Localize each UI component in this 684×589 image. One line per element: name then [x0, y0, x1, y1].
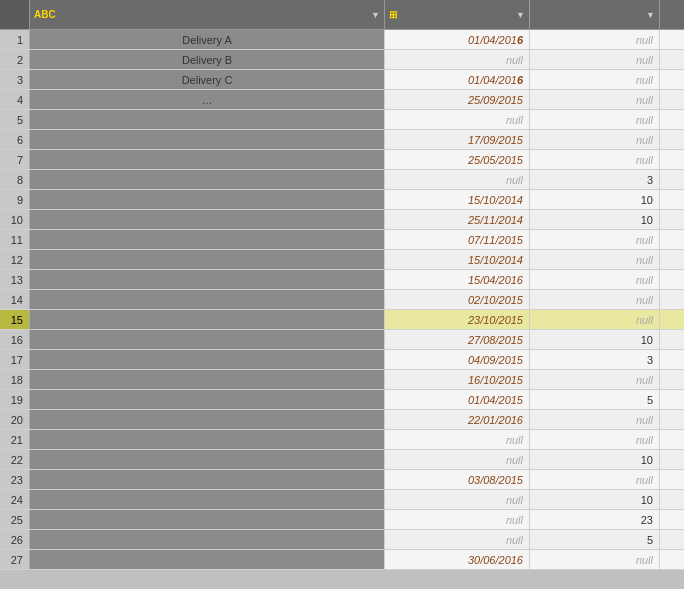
- ps-days-cell: 23: [530, 510, 660, 529]
- project-name-cell: [30, 190, 385, 209]
- row-number-header: [0, 0, 30, 29]
- row-number-cell: 8: [0, 170, 30, 189]
- row-number-cell: 16: [0, 330, 30, 349]
- row-number-cell: 27: [0, 550, 30, 569]
- row-number-cell: 2: [0, 50, 30, 69]
- real-end-date-cell: null: [385, 490, 530, 509]
- real-end-date-cell: null: [385, 170, 530, 189]
- project-delivery-header[interactable]: ABC ▼: [30, 0, 385, 29]
- ps-days-cell: null: [530, 310, 660, 329]
- ps-days-cell: 3: [530, 170, 660, 189]
- ps-days-cell: null: [530, 50, 660, 69]
- ps-days-cell: null: [530, 30, 660, 49]
- project-name-cell: …: [30, 90, 385, 109]
- table-row: 3Delivery C01/04/2016null: [0, 70, 684, 90]
- table-row: 1Delivery A01/04/2016null: [0, 30, 684, 50]
- project-name-cell: [30, 490, 385, 509]
- row-number-cell: 15: [0, 310, 30, 329]
- ps-sort-icon[interactable]: ▼: [646, 10, 655, 20]
- ps-days-header[interactable]: ▼: [530, 0, 660, 29]
- project-name-cell: [30, 370, 385, 389]
- project-name-cell: [30, 550, 385, 569]
- table-row: 5nullnull: [0, 110, 684, 130]
- real-end-date-cell: 01/04/2016: [385, 70, 530, 89]
- real-end-date-cell: 02/10/2015: [385, 290, 530, 309]
- ps-days-cell: null: [530, 130, 660, 149]
- real-end-date-cell: 03/08/2015: [385, 470, 530, 489]
- row-number-cell: 18: [0, 370, 30, 389]
- row-number-cell: 7: [0, 150, 30, 169]
- table-row: 1215/10/2014null: [0, 250, 684, 270]
- project-name-cell: [30, 350, 385, 369]
- ps-days-cell: null: [530, 470, 660, 489]
- ps-days-cell: null: [530, 370, 660, 389]
- table-row: 915/10/201410: [0, 190, 684, 210]
- row-number-cell: 14: [0, 290, 30, 309]
- real-end-date-cell: 16/10/2015: [385, 370, 530, 389]
- table-row: 4…25/09/2015null: [0, 90, 684, 110]
- row-number-cell: 5: [0, 110, 30, 129]
- ps-days-cell: null: [530, 250, 660, 269]
- real-end-date-cell: null: [385, 110, 530, 129]
- project-name-cell: [30, 150, 385, 169]
- real-end-date-cell: 15/04/2016: [385, 270, 530, 289]
- table-row: 1816/10/2015null: [0, 370, 684, 390]
- ps-days-cell: null: [530, 70, 660, 89]
- row-number-cell: 20: [0, 410, 30, 429]
- ps-days-cell: null: [530, 550, 660, 569]
- ps-days-cell: null: [530, 150, 660, 169]
- ps-days-cell: null: [530, 290, 660, 309]
- row-number-cell: 12: [0, 250, 30, 269]
- ps-days-cell: 5: [530, 390, 660, 409]
- table-row: 1025/11/201410: [0, 210, 684, 230]
- header-row: ABC ▼ ⊞ ▼ ▼: [0, 0, 684, 30]
- date-sort-icon[interactable]: ▼: [516, 10, 525, 20]
- table-row: 26null5: [0, 530, 684, 550]
- row-number-cell: 13: [0, 270, 30, 289]
- row-number-cell: 19: [0, 390, 30, 409]
- table-row: 617/09/2015null: [0, 130, 684, 150]
- table-row: 2303/08/2015null: [0, 470, 684, 490]
- real-end-date-cell: null: [385, 450, 530, 469]
- row-number-cell: 26: [0, 530, 30, 549]
- project-name-cell: [30, 330, 385, 349]
- real-end-date-header[interactable]: ⊞ ▼: [385, 0, 530, 29]
- ps-days-cell: 10: [530, 330, 660, 349]
- real-end-date-cell: 07/11/2015: [385, 230, 530, 249]
- table-row: 22null10: [0, 450, 684, 470]
- project-name-cell: [30, 270, 385, 289]
- row-number-cell: 23: [0, 470, 30, 489]
- ps-days-cell: 10: [530, 450, 660, 469]
- row-number-cell: 11: [0, 230, 30, 249]
- table-row: 8null3: [0, 170, 684, 190]
- table-row: 1627/08/201510: [0, 330, 684, 350]
- table-row: 2730/06/2016null: [0, 550, 684, 570]
- project-name-cell: [30, 170, 385, 189]
- sort-icon[interactable]: ▼: [371, 10, 380, 20]
- table-row: 2Delivery Bnullnull: [0, 50, 684, 70]
- row-number-cell: 25: [0, 510, 30, 529]
- table-row: 1704/09/20153: [0, 350, 684, 370]
- abc-icon: ABC: [34, 9, 56, 20]
- ps-days-cell: null: [530, 90, 660, 109]
- real-end-date-cell: 25/05/2015: [385, 150, 530, 169]
- table-row: 1901/04/20155: [0, 390, 684, 410]
- row-number-cell: 22: [0, 450, 30, 469]
- real-end-date-cell: 01/04/2015: [385, 390, 530, 409]
- project-name-cell: [30, 410, 385, 429]
- real-end-date-cell: 15/10/2014: [385, 250, 530, 269]
- project-name-cell: [30, 450, 385, 469]
- real-end-date-cell: 25/11/2014: [385, 210, 530, 229]
- real-end-date-cell: null: [385, 50, 530, 69]
- ps-days-cell: 5: [530, 530, 660, 549]
- real-end-date-cell: 27/08/2015: [385, 330, 530, 349]
- row-number-cell: 17: [0, 350, 30, 369]
- project-name-cell: Delivery C: [30, 70, 385, 89]
- table-row: 25null23: [0, 510, 684, 530]
- data-rows-container: 1Delivery A01/04/2016null2Delivery Bnull…: [0, 30, 684, 589]
- ps-days-cell: null: [530, 110, 660, 129]
- table-row: 1523/10/2015null: [0, 310, 684, 330]
- row-number-cell: 10: [0, 210, 30, 229]
- real-end-date-cell: null: [385, 530, 530, 549]
- real-end-date-cell: 25/09/2015: [385, 90, 530, 109]
